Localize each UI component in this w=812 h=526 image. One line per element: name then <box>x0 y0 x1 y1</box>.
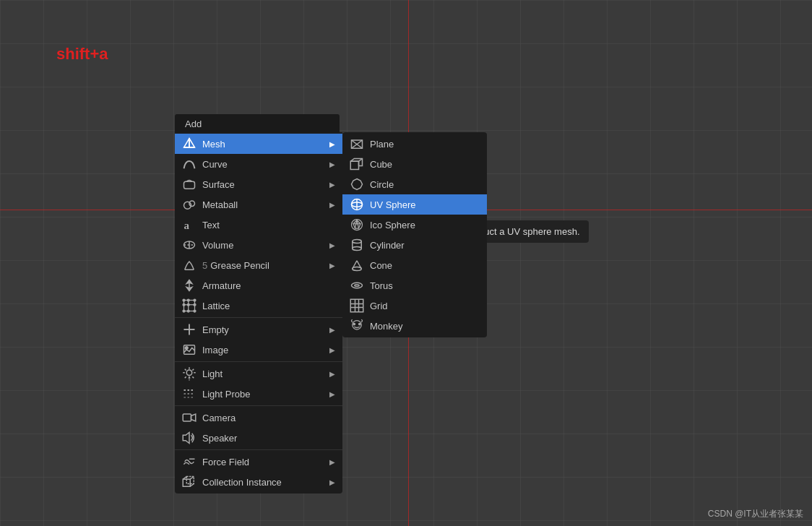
collection-instance-arrow: ▶ <box>329 478 335 486</box>
main-menu: Mesh ▶ Curve ▶ Surface ▶ Meta <box>175 132 342 493</box>
svg-rect-50 <box>183 414 191 421</box>
grid-icon <box>350 298 364 313</box>
svg-point-17 <box>183 299 185 301</box>
collection-instance-icon <box>182 475 196 489</box>
submenu-item-circle[interactable]: Circle <box>342 174 487 194</box>
submenu-item-plane[interactable]: Plane <box>342 134 487 154</box>
volume-arrow: ▶ <box>329 241 335 249</box>
menu-item-empty-label: Empty <box>202 324 329 335</box>
submenu-item-grid[interactable]: Grid <box>342 296 487 316</box>
svg-marker-13 <box>186 288 192 291</box>
menu-item-light-probe-label: Light Probe <box>202 389 329 400</box>
svg-marker-51 <box>191 414 196 421</box>
menu-item-mesh[interactable]: Mesh ▶ <box>175 134 342 154</box>
menu-item-image-label: Image <box>202 345 329 355</box>
svg-line-36 <box>192 376 194 378</box>
force-field-icon <box>182 454 196 469</box>
svg-rect-61 <box>350 161 358 169</box>
svg-point-19 <box>183 310 185 312</box>
menu-item-collection-instance[interactable]: Collection Instance ▶ <box>175 472 342 492</box>
metaball-icon <box>182 197 196 212</box>
svg-point-78 <box>353 267 362 271</box>
cube-label: Cube <box>370 159 392 170</box>
speaker-icon <box>182 431 196 445</box>
submenu-item-torus[interactable]: Torus <box>342 275 487 296</box>
menu-item-empty[interactable]: Empty ▶ <box>175 319 342 340</box>
svg-point-75 <box>353 247 362 251</box>
svg-point-30 <box>186 370 192 376</box>
menu-item-grease-pencil-label: 5Grease Pencil <box>202 260 329 271</box>
svg-marker-65 <box>352 179 363 190</box>
menu-item-text[interactable]: a Text <box>175 215 342 235</box>
svg-rect-3 <box>184 181 195 189</box>
force-field-arrow: ▶ <box>329 458 335 466</box>
torus-label: Torus <box>370 280 393 291</box>
monkey-label: Monkey <box>370 321 403 332</box>
svg-point-22 <box>194 303 196 306</box>
plane-label: Plane <box>370 139 394 150</box>
menu-item-volume-label: Volume <box>202 240 329 251</box>
curve-arrow: ▶ <box>329 160 335 168</box>
svg-marker-12 <box>186 280 192 284</box>
cylinder-icon <box>350 238 364 252</box>
submenu-item-cone[interactable]: Cone <box>342 255 487 275</box>
svg-point-90 <box>359 323 361 325</box>
uv-sphere-label: UV Sphere <box>370 199 416 210</box>
image-icon <box>182 342 196 357</box>
menu-item-metaball[interactable]: Metaball ▶ <box>175 194 342 215</box>
menu-item-lattice[interactable]: Lattice <box>175 296 342 316</box>
grid-label: Grid <box>370 301 388 311</box>
menu-item-camera[interactable]: Camera <box>175 408 342 428</box>
menu-item-text-label: Text <box>202 220 335 230</box>
circle-icon <box>350 177 364 191</box>
svg-point-23 <box>187 299 189 301</box>
menu-item-curve[interactable]: Curve ▶ <box>175 154 342 174</box>
submenu-item-ico-sphere[interactable]: Ico Sphere <box>342 215 487 235</box>
torus-icon <box>350 278 364 293</box>
menu-item-speaker-label: Speaker <box>202 433 335 444</box>
cylinder-label: Cylinder <box>370 240 405 251</box>
svg-line-37 <box>192 369 194 371</box>
svg-point-18 <box>194 299 196 301</box>
submenu-item-monkey[interactable]: Monkey <box>342 316 487 336</box>
empty-icon <box>182 322 196 337</box>
menu-item-surface[interactable]: Surface ▶ <box>175 174 342 194</box>
submenu-item-cube[interactable]: Cube <box>342 154 487 174</box>
ico-sphere-icon <box>350 217 364 232</box>
menu-item-metaball-label: Metaball <box>202 199 329 210</box>
menu-item-light-probe[interactable]: Light Probe ▶ <box>175 384 342 404</box>
submenu-item-cylinder[interactable]: Cylinder <box>342 235 487 255</box>
plane-icon <box>350 137 364 151</box>
menu-item-armature[interactable]: Armature <box>175 275 342 296</box>
uv-sphere-icon <box>350 197 364 212</box>
monkey-icon <box>350 319 364 333</box>
light-probe-icon <box>182 387 196 401</box>
cone-label: Cone <box>370 260 392 271</box>
menu-item-image[interactable]: Image ▶ <box>175 340 342 360</box>
text-icon: a <box>182 217 196 232</box>
metaball-arrow: ▶ <box>329 201 335 209</box>
ico-sphere-label: Ico Sphere <box>370 220 415 230</box>
svg-rect-83 <box>350 299 363 312</box>
menu-item-collection-instance-label: Collection Instance <box>202 477 329 488</box>
light-probe-arrow: ▶ <box>329 390 335 398</box>
menu-item-lattice-label: Lattice <box>202 301 335 311</box>
svg-point-24 <box>187 310 189 312</box>
menu-item-speaker[interactable]: Speaker <box>175 428 342 448</box>
svg-point-89 <box>353 323 355 325</box>
curve-icon <box>182 157 196 171</box>
svg-point-21 <box>183 303 185 306</box>
menu-item-volume[interactable]: Volume ▶ <box>175 235 342 255</box>
circle-label: Circle <box>370 179 394 190</box>
menu-item-grease-pencil[interactable]: 5Grease Pencil ▶ <box>175 255 342 275</box>
light-icon <box>182 366 196 381</box>
menu-item-surface-label: Surface <box>202 179 329 190</box>
svg-line-35 <box>185 369 186 371</box>
menu-item-armature-label: Armature <box>202 280 335 291</box>
menu-item-force-field[interactable]: Force Field ▶ <box>175 452 342 472</box>
menu-item-light[interactable]: Light ▶ <box>175 363 342 384</box>
submenu-item-uv-sphere[interactable]: UV Sphere <box>342 194 487 215</box>
menu-item-light-label: Light <box>202 368 329 379</box>
light-arrow: ▶ <box>329 370 335 378</box>
svg-line-38 <box>185 376 186 378</box>
